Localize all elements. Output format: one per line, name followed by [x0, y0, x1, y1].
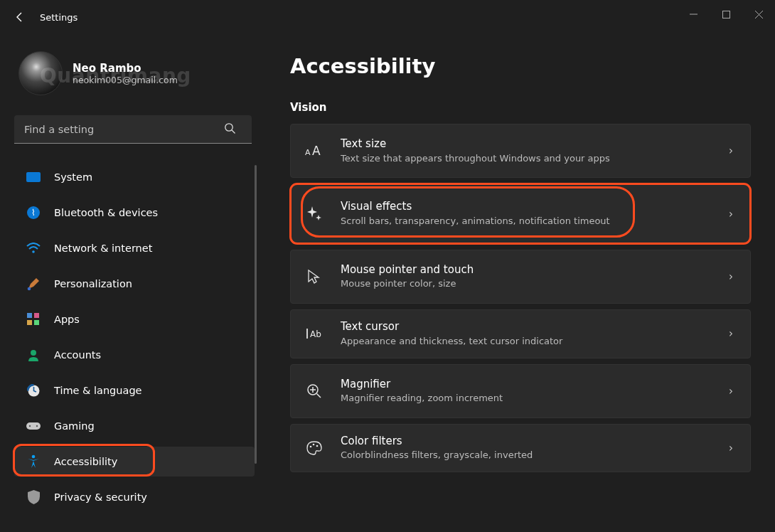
- card-title: Mouse pointer and touch: [341, 263, 713, 277]
- chevron-right-icon: ›: [729, 270, 737, 283]
- profile-block[interactable]: Neo Rambo neokim005@gmail.com Quantriman…: [18, 51, 250, 95]
- svg-point-4: [32, 250, 35, 253]
- wifi-icon: [26, 240, 41, 256]
- sidebar-item-accessibility[interactable]: Accessibility: [14, 447, 255, 477]
- sidebar-item-bluetooth[interactable]: ⌇ Bluetooth & devices: [14, 198, 255, 228]
- chevron-right-icon: ›: [729, 327, 737, 340]
- sidebar-item-label: Gaming: [54, 420, 95, 432]
- card-title: Magnifier: [341, 378, 713, 392]
- sidebar-item-label: Accounts: [54, 349, 101, 361]
- svg-rect-12: [26, 422, 41, 430]
- avatar: [18, 51, 63, 95]
- svg-rect-1: [722, 11, 729, 18]
- main-pane: Accessibility Vision AA Text size Text s…: [266, 34, 775, 532]
- svg-rect-8: [27, 320, 32, 325]
- svg-rect-9: [34, 320, 39, 325]
- card-text-size[interactable]: AA Text size Text size that appears thro…: [290, 124, 751, 178]
- svg-point-13: [29, 425, 31, 427]
- chevron-right-icon: ›: [729, 442, 737, 454]
- bluetooth-icon: ⌇: [26, 205, 41, 220]
- close-button[interactable]: [742, 0, 775, 28]
- svg-text:A: A: [312, 144, 321, 158]
- cursor-icon: [304, 269, 325, 284]
- card-list: AA Text size Text size that appears thro…: [290, 124, 751, 472]
- card-text-cursor[interactable]: Ab Text cursor Appearance and thickness,…: [290, 309, 751, 358]
- profile-name: Neo Rambo: [73, 62, 178, 75]
- titlebar: Settings: [0, 0, 775, 34]
- svg-point-24: [310, 446, 312, 448]
- chevron-right-icon: ›: [729, 385, 737, 398]
- sidebar-item-time[interactable]: Time & language: [14, 376, 255, 405]
- sidebar-item-label: Network & internet: [54, 243, 152, 254]
- window-title: Settings: [40, 12, 78, 23]
- sidebar-item-label: System: [54, 171, 92, 183]
- sidebar-item-network[interactable]: Network & internet: [14, 233, 255, 263]
- sparkle-icon: [304, 206, 325, 222]
- gamepad-icon: [26, 418, 41, 434]
- search-icon: [224, 122, 236, 134]
- svg-point-14: [36, 425, 38, 427]
- sidebar-item-personalization[interactable]: Personalization: [14, 269, 255, 299]
- apps-icon: [26, 312, 41, 327]
- system-icon: [26, 169, 41, 185]
- search-field[interactable]: [14, 115, 255, 144]
- sidebar-scrollbar[interactable]: [255, 165, 257, 464]
- svg-point-2: [225, 124, 232, 131]
- sidebar-item-label: Personalization: [54, 278, 132, 289]
- svg-line-23: [317, 393, 321, 398]
- maximize-button[interactable]: [710, 0, 742, 28]
- clock-icon: [26, 383, 41, 398]
- profile-email: neokim005@gmail.com: [73, 75, 178, 85]
- card-color-filters[interactable]: Color filters Colorblindness filters, gr…: [290, 424, 751, 472]
- page-title: Accessibility: [290, 54, 751, 78]
- text-size-icon: AA: [304, 144, 325, 158]
- card-title: Text size: [341, 137, 713, 151]
- card-magnifier[interactable]: Magnifier Magnifier reading, zoom increm…: [290, 364, 751, 418]
- svg-text:Ab: Ab: [310, 329, 321, 339]
- minimize-button[interactable]: [677, 0, 710, 28]
- card-visual-effects[interactable]: Visual effects Scroll bars, transparency…: [290, 183, 751, 243]
- card-subtitle: Scroll bars, transparency, animations, n…: [341, 216, 713, 228]
- text-cursor-icon: Ab: [304, 327, 325, 340]
- svg-rect-6: [27, 313, 32, 318]
- window-controls: [677, 0, 775, 28]
- person-icon: [26, 347, 41, 363]
- back-button[interactable]: [6, 11, 34, 23]
- shield-icon: [26, 489, 41, 505]
- svg-line-3: [232, 130, 235, 134]
- svg-rect-7: [34, 313, 39, 318]
- sidebar-item-label: Accessibility: [54, 456, 117, 467]
- magnifier-icon: [304, 383, 325, 399]
- chevron-right-icon: ›: [729, 208, 737, 220]
- sidebar: Neo Rambo neokim005@gmail.com Quantriman…: [0, 34, 266, 532]
- svg-point-10: [31, 350, 36, 356]
- svg-point-26: [316, 445, 319, 447]
- sidebar-item-privacy[interactable]: Privacy & security: [14, 482, 255, 512]
- brush-icon: [26, 276, 41, 292]
- sidebar-item-accounts[interactable]: Accounts: [14, 340, 255, 370]
- svg-text:A: A: [305, 148, 311, 157]
- sidebar-item-system[interactable]: System: [14, 162, 255, 192]
- card-title: Color filters: [341, 435, 713, 449]
- sidebar-item-label: Bluetooth & devices: [54, 207, 158, 218]
- card-subtitle: Magnifier reading, zoom increment: [341, 393, 713, 405]
- search-input[interactable]: [14, 115, 252, 144]
- sidebar-item-label: Apps: [54, 314, 80, 325]
- svg-point-15: [32, 455, 36, 459]
- card-title: Text cursor: [341, 320, 713, 334]
- arrow-left-icon: [14, 11, 26, 23]
- svg-point-25: [313, 444, 315, 446]
- section-label-vision: Vision: [290, 101, 751, 114]
- sidebar-item-gaming[interactable]: Gaming: [14, 411, 255, 441]
- accessibility-icon: [26, 454, 41, 469]
- card-subtitle: Appearance and thickness, text cursor in…: [341, 336, 713, 348]
- card-mouse-pointer[interactable]: Mouse pointer and touch Mouse pointer co…: [290, 250, 751, 304]
- sidebar-item-apps[interactable]: Apps: [14, 304, 255, 334]
- card-subtitle: Mouse pointer color, size: [341, 278, 713, 290]
- nav-list: System ⌇ Bluetooth & devices Network & i…: [14, 162, 255, 518]
- card-title: Visual effects: [341, 200, 713, 214]
- card-subtitle: Colorblindness filters, grayscale, inver…: [341, 449, 713, 462]
- chevron-right-icon: ›: [729, 144, 737, 157]
- svg-point-5: [28, 287, 31, 291]
- card-subtitle: Text size that appears throughout Window…: [341, 153, 713, 165]
